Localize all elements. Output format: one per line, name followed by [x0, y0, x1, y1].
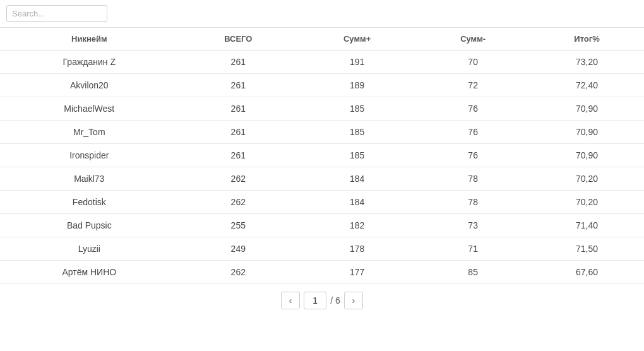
cell-sumplus: 178 — [298, 237, 416, 261]
cell-summinus: 76 — [416, 121, 530, 144]
cell-percent: 70,90 — [530, 144, 644, 167]
header-row: Никнейм ВСЕГО Сумм+ Сумм- Итог% — [0, 28, 644, 51]
cell-percent: 70,20 — [530, 191, 644, 214]
cell-summinus: 72 — [416, 74, 530, 97]
table-body: Гражданин Z2611917073,20Akvilon202611897… — [0, 51, 644, 284]
data-table: Никнейм ВСЕГО Сумм+ Сумм- Итог% Граждани… — [0, 27, 644, 284]
search-input[interactable] — [6, 5, 107, 22]
cell-nickname: Akvilon20 — [0, 74, 179, 97]
cell-sumplus: 184 — [298, 167, 416, 191]
cell-total: 261 — [179, 144, 298, 167]
page-number-input[interactable] — [304, 292, 326, 309]
cell-summinus: 70 — [416, 51, 530, 74]
cell-summinus: 78 — [416, 167, 530, 191]
col-nickname: Никнейм — [0, 28, 179, 51]
table-row: Maikl732621847870,20 — [0, 167, 644, 191]
cell-nickname: Lyuzii — [0, 237, 179, 261]
col-summinus: Сумм- — [416, 28, 530, 51]
cell-sumplus: 185 — [298, 144, 416, 167]
cell-percent: 67,60 — [530, 261, 644, 284]
cell-percent: 71,40 — [530, 214, 644, 237]
next-page-button[interactable]: › — [344, 292, 363, 309]
table-container: Никнейм ВСЕГО Сумм+ Сумм- Итог% Граждани… — [0, 27, 644, 284]
cell-total: 262 — [179, 167, 298, 191]
cell-total: 262 — [179, 261, 298, 284]
cell-nickname: Гражданин Z — [0, 51, 179, 74]
table-row: Ironspider2611857670,90 — [0, 144, 644, 167]
cell-total: 249 — [179, 237, 298, 261]
cell-percent: 70,90 — [530, 121, 644, 144]
cell-summinus: 76 — [416, 97, 530, 121]
cell-sumplus: 189 — [298, 74, 416, 97]
cell-nickname: Артём НИНО — [0, 261, 179, 284]
pagination: ‹ / 6 › — [0, 284, 644, 317]
cell-summinus: 85 — [416, 261, 530, 284]
cell-percent: 70,90 — [530, 97, 644, 121]
cell-total: 262 — [179, 191, 298, 214]
col-percent: Итог% — [530, 28, 644, 51]
cell-sumplus: 184 — [298, 191, 416, 214]
table-row: Bad Pupsic2551827371,40 — [0, 214, 644, 237]
col-sumplus: Сумм+ — [298, 28, 416, 51]
col-total: ВСЕГО — [179, 28, 298, 51]
page-total: / 6 — [330, 295, 340, 306]
search-container — [0, 0, 644, 27]
cell-percent: 72,40 — [530, 74, 644, 97]
table-row: Akvilon202611897272,40 — [0, 74, 644, 97]
table-row: Артём НИНО2621778567,60 — [0, 261, 644, 284]
cell-nickname: Fedotisk — [0, 191, 179, 214]
cell-summinus: 78 — [416, 191, 530, 214]
cell-total: 261 — [179, 51, 298, 74]
cell-nickname: MichaelWest — [0, 97, 179, 121]
cell-nickname: Ironspider — [0, 144, 179, 167]
cell-sumplus: 177 — [298, 261, 416, 284]
cell-sumplus: 185 — [298, 121, 416, 144]
cell-sumplus: 182 — [298, 214, 416, 237]
cell-percent: 70,20 — [530, 167, 644, 191]
cell-total: 255 — [179, 214, 298, 237]
table-row: Mr_Tom2611857670,90 — [0, 121, 644, 144]
cell-sumplus: 185 — [298, 97, 416, 121]
cell-total: 261 — [179, 74, 298, 97]
cell-nickname: Mr_Tom — [0, 121, 179, 144]
cell-percent: 73,20 — [530, 51, 644, 74]
cell-total: 261 — [179, 97, 298, 121]
cell-summinus: 76 — [416, 144, 530, 167]
table-row: Lyuzii2491787171,50 — [0, 237, 644, 261]
cell-summinus: 71 — [416, 237, 530, 261]
cell-total: 261 — [179, 121, 298, 144]
cell-sumplus: 191 — [298, 51, 416, 74]
cell-percent: 71,50 — [530, 237, 644, 261]
cell-nickname: Bad Pupsic — [0, 214, 179, 237]
table-row: Fedotisk2621847870,20 — [0, 191, 644, 214]
table-row: Гражданин Z2611917073,20 — [0, 51, 644, 74]
cell-summinus: 73 — [416, 214, 530, 237]
cell-nickname: Maikl73 — [0, 167, 179, 191]
prev-page-button[interactable]: ‹ — [281, 292, 300, 309]
table-row: MichaelWest2611857670,90 — [0, 97, 644, 121]
table-header: Никнейм ВСЕГО Сумм+ Сумм- Итог% — [0, 28, 644, 51]
